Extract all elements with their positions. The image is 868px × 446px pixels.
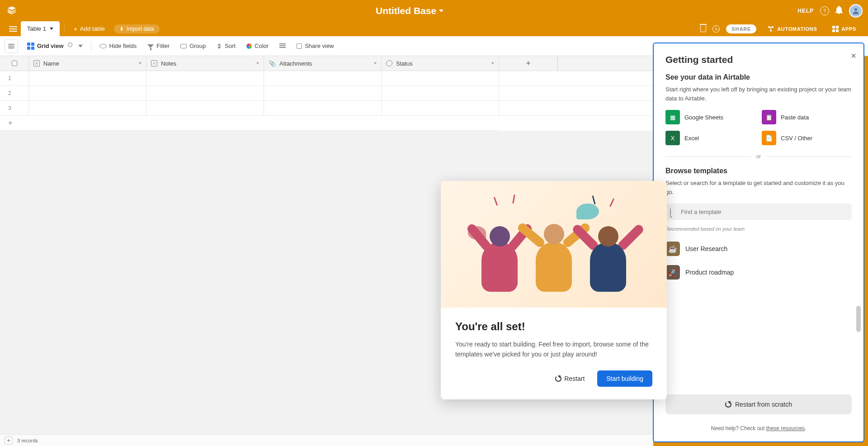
- add-column-button[interactable]: +: [499, 56, 558, 71]
- onboarding-modal: You're all set! You're ready to start bu…: [441, 181, 667, 399]
- cell[interactable]: [29, 86, 146, 100]
- share-view-label: Share view: [305, 43, 334, 49]
- import-csv[interactable]: 📄 CSV / Other: [762, 131, 852, 145]
- section-description: Start right where you left off by bringi…: [665, 85, 852, 103]
- add-row-button[interactable]: +: [0, 116, 499, 131]
- restart-label: Restart from scratch: [735, 401, 792, 408]
- import-data-label: Import data: [127, 26, 154, 32]
- row-number: 2: [0, 86, 29, 100]
- apps-button[interactable]: APPS: [828, 26, 861, 32]
- table-row[interactable]: 1: [0, 71, 653, 86]
- column-header-name[interactable]: A Name: [29, 56, 146, 71]
- table-row[interactable]: 3: [0, 101, 653, 116]
- svg-point-0: [854, 8, 857, 11]
- single-select-icon: [386, 60, 392, 66]
- hide-fields-label: Hide fields: [109, 43, 137, 49]
- cell[interactable]: [264, 71, 382, 85]
- add-record-button[interactable]: +: [5, 437, 13, 445]
- caret-down-icon: [256, 62, 259, 64]
- caret-down-icon: [50, 28, 53, 30]
- modal-description: You're ready to start building. Feel fre…: [455, 339, 652, 360]
- add-table-button[interactable]: + Add table: [69, 21, 109, 36]
- long-text-icon: ≡: [151, 60, 157, 66]
- getting-started-panel: × Getting started See your data in Airta…: [653, 43, 864, 442]
- import-data-button[interactable]: ⬇ Import data: [109, 21, 164, 36]
- user-avatar[interactable]: [849, 4, 863, 18]
- column-header-status[interactable]: Status: [382, 56, 499, 71]
- attachment-icon: 📎: [269, 60, 276, 67]
- import-label: Google Sheets: [684, 114, 723, 121]
- template-product-roadmap[interactable]: 🚀 Product roadmap: [665, 261, 852, 284]
- tab-table1[interactable]: Table 1: [21, 21, 60, 36]
- caret-down-icon: [139, 62, 142, 64]
- caret-down-icon: [374, 62, 377, 64]
- filter-button[interactable]: Filter: [143, 40, 174, 52]
- import-excel[interactable]: X Excel: [665, 131, 755, 145]
- share-button[interactable]: SHARE: [726, 24, 756, 33]
- import-label: Excel: [684, 135, 699, 142]
- cell[interactable]: [382, 101, 499, 115]
- column-label: Status: [396, 60, 413, 67]
- filter-label: Filter: [156, 43, 170, 49]
- color-icon: [246, 43, 252, 49]
- download-icon: ⬇: [119, 26, 124, 32]
- table-row[interactable]: 2: [0, 86, 653, 101]
- row-number: 3: [0, 101, 29, 115]
- restart-from-scratch-button[interactable]: Restart from scratch: [665, 394, 852, 414]
- section-heading: See your data in Airtable: [665, 73, 852, 81]
- hide-fields-button[interactable]: Hide fields: [95, 40, 142, 52]
- color-button[interactable]: Color: [242, 40, 273, 52]
- view-switcher[interactable]: Grid view: [23, 40, 87, 52]
- base-title-menu[interactable]: Untitled Base: [376, 5, 443, 16]
- tab-table1-label: Table 1: [27, 25, 46, 32]
- cell[interactable]: [146, 86, 264, 100]
- main-menu-button[interactable]: [5, 21, 21, 36]
- views-sidebar-toggle[interactable]: [5, 39, 18, 53]
- column-header-attachments[interactable]: 📎 Attachments: [264, 56, 382, 71]
- trash-icon[interactable]: [700, 25, 706, 32]
- help-button[interactable]: HELP: [797, 8, 814, 14]
- cell[interactable]: [264, 86, 382, 100]
- cell[interactable]: [146, 71, 264, 85]
- column-header-notes[interactable]: ≡ Notes: [146, 56, 264, 71]
- help-resources-link[interactable]: these resources: [766, 425, 805, 432]
- coffee-icon: ☕: [665, 242, 680, 256]
- share-view-button[interactable]: Share view: [292, 40, 338, 52]
- row-height-button[interactable]: [275, 41, 290, 52]
- group-icon: [180, 44, 187, 48]
- history-icon[interactable]: [712, 25, 720, 33]
- template-search-input[interactable]: [665, 204, 852, 220]
- notifications-icon[interactable]: [835, 6, 843, 16]
- cell[interactable]: [382, 71, 499, 85]
- reload-icon: [725, 401, 731, 408]
- modal-title: You're all set!: [455, 320, 652, 333]
- close-button[interactable]: ×: [851, 51, 856, 61]
- select-all-checkbox[interactable]: [0, 56, 29, 71]
- sort-button[interactable]: Sort: [212, 40, 240, 52]
- cell[interactable]: [382, 86, 499, 100]
- modal-restart-button[interactable]: Restart: [547, 370, 593, 387]
- app-logo[interactable]: [5, 5, 18, 17]
- template-user-research[interactable]: ☕ User Research: [665, 237, 852, 261]
- import-paste-data[interactable]: 📋 Paste data: [762, 110, 852, 124]
- start-building-button[interactable]: Start building: [597, 370, 652, 387]
- group-button[interactable]: Group: [176, 40, 210, 52]
- import-google-sheets[interactable]: ▦ Google Sheets: [665, 110, 755, 124]
- automations-button[interactable]: AUTOMATIONS: [763, 25, 821, 33]
- cell[interactable]: [264, 101, 382, 115]
- help-icon[interactable]: ?: [820, 6, 829, 15]
- modal-illustration: [441, 181, 667, 308]
- divider: [64, 25, 65, 33]
- record-count: 3 records: [17, 438, 38, 443]
- divider: [91, 42, 91, 51]
- cell[interactable]: [29, 101, 146, 115]
- template-label: Product roadmap: [685, 269, 734, 276]
- cell[interactable]: [29, 71, 146, 85]
- sort-label: Sort: [225, 43, 236, 49]
- file-icon: 📄: [762, 131, 776, 145]
- base-title: Untitled Base: [376, 5, 436, 16]
- cell[interactable]: [146, 101, 264, 115]
- row-number: 1: [0, 71, 29, 85]
- import-label: Paste data: [781, 114, 809, 121]
- scrollbar-thumb[interactable]: [856, 306, 861, 332]
